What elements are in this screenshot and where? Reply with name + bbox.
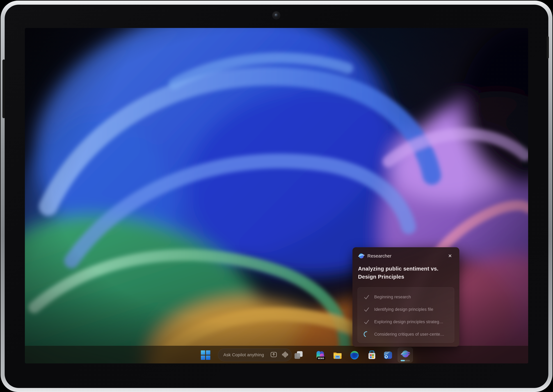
check-icon [363,318,370,325]
microsoft-store-icon [367,350,377,360]
researcher-card: Researcher ✕ Analyzing public sentiment … [352,247,459,347]
voice-waveform-icon[interactable] [282,351,288,359]
task-row: Considering critiques of user-cente… [363,328,454,340]
close-icon[interactable]: ✕ [446,252,454,259]
check-icon [363,293,370,301]
task-label: Considering critiques of user-cente… [374,332,444,337]
desktop-screen: Ask Copilot anything [25,28,528,364]
task-label: Beginning research [374,295,411,300]
start-button[interactable] [201,350,210,360]
task-label: Exploring design principles strateg… [374,320,443,324]
device: Ask Copilot anything [0,0,553,392]
researcher-card-header: Researcher ✕ [358,252,455,259]
check-icon [363,306,370,313]
task-label: Identifying design principles file [374,307,433,312]
taskbar-copilot-active-button[interactable] [398,347,413,363]
front-camera-icon [273,12,280,19]
researcher-task-title: Analyzing public sentiment vs. Design Pr… [358,265,448,281]
copilot-icon [401,349,410,359]
taskbar-m365-copilot-button[interactable]: M365 [315,350,325,360]
task-row: Beginning research [363,291,454,303]
volume-rocker [2,59,5,118]
taskbar-outlook-button[interactable] [383,350,393,360]
researcher-app-name: Researcher [367,253,392,259]
researcher-app-icon [358,253,364,259]
copilot-search-input[interactable]: Ask Copilot anything [218,349,292,361]
task-row: Identifying design principles file [363,303,454,315]
edge-icon [350,350,359,360]
outlook-icon [383,350,393,360]
m365-badge: M365 [317,357,325,360]
power-button [546,36,549,59]
taskbar-store-button[interactable] [367,350,377,360]
upload-icon[interactable] [271,352,277,358]
researcher-task-list: Beginning research Identifying design pr… [357,287,454,343]
spinner-icon [363,331,370,338]
task-view-button[interactable] [294,350,303,360]
search-placeholder: Ask Copilot anything [223,352,264,357]
taskbar-edge-button[interactable] [350,350,359,360]
copilot-progress-bar [401,360,410,361]
task-view-icon [294,350,303,360]
file-explorer-icon [333,350,342,360]
taskbar-file-explorer-button[interactable] [333,350,342,360]
task-row: Exploring design principles strateg… [363,315,454,328]
taskbar: Ask Copilot anything [25,346,528,364]
